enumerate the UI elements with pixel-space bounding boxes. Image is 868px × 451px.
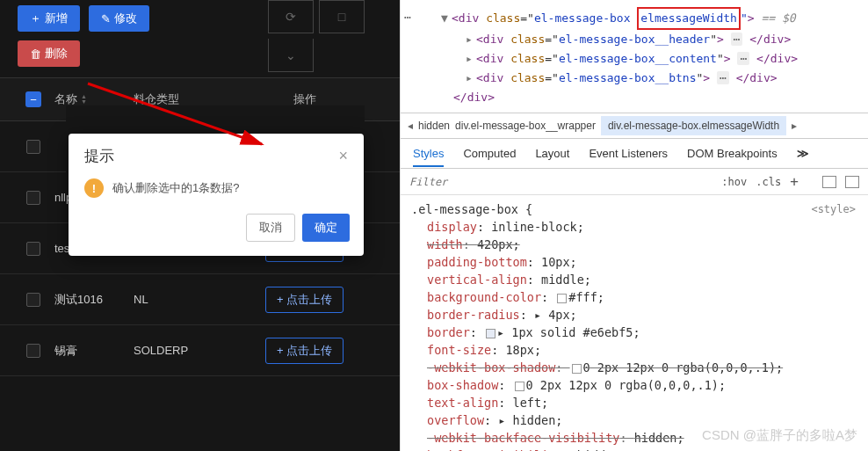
css-rule[interactable]: background-color: #fff;: [427, 288, 857, 306]
css-rule[interactable]: border: ▸ 1px solid #e6ebf5;: [427, 324, 857, 341]
tab-computed[interactable]: Computed: [463, 147, 516, 160]
app-left-pane: ＋ 新增 ✎ 修改 ⟳ □ ⌄ 🗑 删除 − 名称▲▼ 料仓类型 操作 ASTE…: [0, 0, 400, 451]
eq0: == $0: [761, 11, 795, 25]
css-selector[interactable]: .el-message-box {: [411, 200, 857, 218]
css-rule[interactable]: -webkit-box-shadow: 0 2px 12px 0 rgba(0,…: [427, 359, 857, 376]
overflow-icon[interactable]: ⋯: [404, 8, 411, 27]
table-row: 锡膏 SOLDERP + 点击上传: [0, 325, 400, 376]
tab-styles[interactable]: Styles: [413, 147, 444, 167]
css-rule[interactable]: font-size: 18px;: [427, 341, 857, 359]
css-rule[interactable]: padding-bottom: 10px;: [427, 253, 857, 271]
cell-type: SOLDERP: [134, 344, 221, 357]
css-rule[interactable]: display: inline-block;: [427, 218, 857, 236]
css-rule[interactable]: width: 420px;: [427, 236, 857, 253]
th-op: 操作: [293, 92, 316, 105]
sort-icon[interactable]: ▲▼: [81, 94, 87, 105]
css-rule[interactable]: border-radius: ▸ 4px;: [427, 306, 857, 324]
cancel-button[interactable]: 取消: [246, 214, 295, 242]
crumb-item-selected[interactable]: div.el-message-box.elmessageWidth: [601, 116, 786, 135]
checkbox[interactable]: [26, 242, 40, 256]
highlighted-class: elmessageWidth: [637, 7, 741, 30]
modify-button[interactable]: ✎ 修改: [89, 5, 149, 32]
tab-listeners[interactable]: Event Listeners: [589, 147, 668, 160]
box-icon[interactable]: ⟳: [268, 0, 314, 33]
css-rule[interactable]: overflow: ▸ hidden;: [427, 411, 857, 429]
css-rule[interactable]: backface-visibility: hidden;: [427, 447, 857, 451]
filter-input[interactable]: [409, 176, 712, 188]
corner-box-group: ⟳ □ ⌄: [268, 0, 373, 72]
cell-name: 测试1016: [54, 292, 134, 308]
checkbox[interactable]: [26, 191, 40, 205]
checkbox[interactable]: [26, 140, 40, 154]
cell-type: NL: [134, 293, 221, 306]
elements-tree[interactable]: ⋯ ▼<div class="el-message-box elmessageW…: [401, 0, 868, 113]
dialog-message: 确认删除选中的1条数据?: [112, 180, 239, 196]
breadcrumb[interactable]: ◂ hidden div.el-message-box__wrapper div…: [401, 113, 868, 139]
plus-icon[interactable]: +: [790, 173, 799, 190]
upload-button[interactable]: + 点击上传: [265, 338, 344, 364]
more-icon[interactable]: ≫: [797, 147, 809, 160]
elem-child[interactable]: ▸<div class="el-message-box__header"> ⋯ …: [466, 30, 857, 49]
close-tag: </div>: [453, 91, 495, 104]
layout-icon[interactable]: [845, 176, 859, 188]
modify-label: 修改: [114, 11, 137, 26]
add-button[interactable]: ＋ 新增: [18, 5, 80, 32]
checkbox-indeterminate-icon[interactable]: −: [25, 91, 41, 107]
add-label: 新增: [45, 11, 68, 26]
styles-tabs: Styles Computed Layout Event Listeners D…: [401, 139, 868, 169]
close-icon[interactable]: ×: [338, 147, 348, 165]
warning-icon: !: [84, 178, 104, 198]
delete-button[interactable]: 🗑 删除: [18, 40, 80, 67]
devtools-pane: ⋯ ▼<div class="el-message-box elmessageW…: [400, 0, 868, 451]
box-icon[interactable]: ⌄: [268, 39, 314, 72]
tab-layout[interactable]: Layout: [535, 147, 569, 160]
th-type[interactable]: 料仓类型: [134, 92, 179, 105]
watermark: CSDN @蓝胖子的多啦A梦: [702, 427, 857, 444]
elem-child[interactable]: ▸<div class="el-message-box__btns"> ⋯ </…: [466, 69, 857, 88]
checkbox[interactable]: [26, 344, 40, 358]
confirm-dialog: 提示 × ! 确认删除选中的1条数据? 取消 确定: [69, 134, 364, 256]
cell-name: 锡膏: [54, 343, 134, 359]
table-row: 测试1016 NL + 点击上传: [0, 274, 400, 325]
chevron-left-icon[interactable]: ◂: [408, 120, 413, 132]
hov-btn[interactable]: :hov: [721, 176, 747, 188]
delete-label: 删除: [45, 46, 68, 62]
ok-button[interactable]: 确定: [302, 214, 350, 242]
crumb-item[interactable]: hidden: [418, 120, 450, 132]
filter-bar: :hov .cls +: [401, 169, 868, 195]
crumb-item[interactable]: div.el-message-box__wrapper: [455, 120, 596, 132]
dialog-title: 提示: [84, 146, 114, 166]
css-rule[interactable]: box-shadow: 0 2px 12px 0 rgba(0,0,0,.1);: [427, 376, 857, 394]
elem-child[interactable]: ▸<div class="el-message-box__content"> ⋯…: [466, 49, 857, 69]
css-rule[interactable]: vertical-align: middle;: [427, 271, 857, 288]
chevron-right-icon[interactable]: ▸: [792, 120, 797, 132]
cls-btn[interactable]: .cls: [756, 176, 781, 188]
css-rules[interactable]: <style> .el-message-box { display: inlin…: [401, 195, 868, 451]
tab-dom-breakpoints[interactable]: DOM Breakpoints: [687, 147, 778, 160]
box-icon[interactable]: □: [319, 0, 365, 33]
style-origin: <style>: [811, 200, 856, 218]
layout-icon[interactable]: [822, 176, 836, 188]
checkbox[interactable]: [26, 293, 40, 307]
css-rule[interactable]: text-align: left;: [427, 394, 857, 411]
upload-button[interactable]: + 点击上传: [265, 287, 344, 313]
